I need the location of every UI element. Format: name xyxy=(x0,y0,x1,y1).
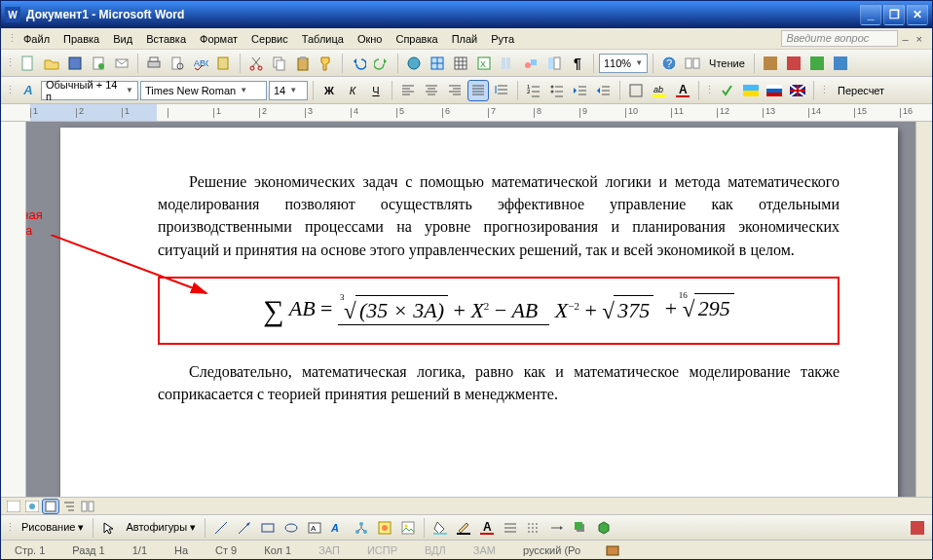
flag-en-icon[interactable] xyxy=(787,80,808,101)
reading-view-icon[interactable] xyxy=(79,499,96,514)
outline-view-icon[interactable] xyxy=(60,499,78,514)
menu-format[interactable]: Формат xyxy=(193,31,244,47)
status-trk[interactable]: ИСПР xyxy=(361,544,403,556)
highlight-icon[interactable]: ab xyxy=(649,80,670,101)
status-lang[interactable]: русский (Ро xyxy=(517,544,586,556)
drawing-icon[interactable] xyxy=(520,53,541,74)
help-icon[interactable]: ? xyxy=(658,53,680,74)
increase-indent-icon[interactable] xyxy=(593,80,615,101)
vertical-scrollbar[interactable] xyxy=(915,122,932,497)
menu-help[interactable]: Справка xyxy=(389,31,444,47)
font-color-drawing-icon[interactable]: A xyxy=(476,517,498,539)
arrow-style-icon[interactable] xyxy=(546,517,568,539)
grip-icon[interactable]: ⋮ xyxy=(5,56,16,69)
copy-icon[interactable] xyxy=(269,53,290,74)
line-style-icon[interactable] xyxy=(500,517,521,539)
help-search-box[interactable]: Введите вопрос xyxy=(781,30,898,47)
tables-borders-icon[interactable] xyxy=(427,53,448,74)
check-icon[interactable] xyxy=(717,80,738,101)
grip-icon[interactable]: ⋮ xyxy=(5,84,16,96)
flag-ru-icon[interactable] xyxy=(764,80,785,101)
document-page[interactable]: Введеннаяформула Решение экономических з… xyxy=(60,128,898,497)
reading-layout-icon[interactable] xyxy=(682,53,703,74)
format-painter-icon[interactable] xyxy=(316,53,337,74)
underline-icon[interactable]: Ч xyxy=(365,80,387,101)
spellcheck-icon[interactable]: ABC xyxy=(190,53,211,74)
status-book-icon[interactable] xyxy=(602,540,623,561)
borders-icon[interactable] xyxy=(625,80,647,101)
align-left-icon[interactable] xyxy=(397,80,419,101)
flag-ua-icon[interactable] xyxy=(740,80,762,101)
reading-button[interactable]: Чтение xyxy=(705,57,749,69)
grip-icon[interactable]: ⋮ xyxy=(7,32,17,45)
oval-icon[interactable] xyxy=(280,517,302,539)
ext2-icon[interactable] xyxy=(783,53,804,74)
vertical-ruler[interactable] xyxy=(1,122,26,497)
menu-table[interactable]: Таблица xyxy=(295,31,351,47)
menu-plai[interactable]: Плай xyxy=(445,31,485,47)
permission-icon[interactable] xyxy=(88,53,109,74)
mail-icon[interactable] xyxy=(111,53,132,74)
print-layout-view-icon[interactable] xyxy=(42,499,59,514)
fill-color-icon[interactable] xyxy=(429,517,451,539)
grip-icon[interactable]: ⋮ xyxy=(5,521,16,534)
shadow-icon[interactable] xyxy=(570,517,591,539)
recalc-button[interactable]: Пересчет xyxy=(832,85,890,96)
ext1-icon[interactable] xyxy=(760,53,781,74)
paragraph-2[interactable]: Следовательно, математическая логика, ра… xyxy=(158,360,840,405)
diagram-icon[interactable] xyxy=(351,517,372,539)
new-doc-icon[interactable] xyxy=(18,53,39,74)
menu-file[interactable]: Файл xyxy=(17,31,56,47)
research-icon[interactable] xyxy=(213,53,235,74)
menu-view[interactable]: Вид xyxy=(106,31,139,47)
rectangle-icon[interactable] xyxy=(257,517,279,539)
italic-icon[interactable]: К xyxy=(342,80,363,101)
bold-icon[interactable]: Ж xyxy=(318,80,340,101)
3d-icon[interactable] xyxy=(593,517,615,539)
menu-window[interactable]: Окно xyxy=(351,31,390,47)
line-color-icon[interactable] xyxy=(453,517,474,539)
dash-style-icon[interactable] xyxy=(523,517,544,539)
menu-ruta[interactable]: Рута xyxy=(484,31,521,47)
cut-icon[interactable] xyxy=(245,53,267,74)
paste-icon[interactable] xyxy=(292,53,314,74)
line-spacing-icon[interactable] xyxy=(491,80,512,101)
drawing-menu[interactable]: Рисование ▾ xyxy=(18,521,88,534)
horizontal-ruler[interactable]: /*populated below*/ 12112345678910111213… xyxy=(1,104,932,122)
select-icon[interactable] xyxy=(98,517,120,539)
style-combo[interactable]: Обычный + 14 п▼ xyxy=(41,81,138,100)
formula-object[interactable]: ∑ AB = 3(35 × 3A) + X2 − AB X−2 xyxy=(158,277,840,345)
print-preview-icon[interactable] xyxy=(167,53,188,74)
excel-icon[interactable]: X xyxy=(473,53,495,74)
menu-insert[interactable]: Вставка xyxy=(139,31,193,47)
ext-drawing-icon[interactable] xyxy=(907,517,928,539)
zoom-combo[interactable]: 110%▼ xyxy=(599,54,648,73)
page-scroll[interactable]: Введеннаяформула Решение экономических з… xyxy=(26,122,932,497)
redo-icon[interactable] xyxy=(371,53,392,74)
wordart-icon[interactable]: A xyxy=(327,517,349,539)
styles-icon[interactable]: A xyxy=(18,80,39,101)
numbering-icon[interactable]: 12 xyxy=(523,80,544,101)
font-color-icon[interactable]: A xyxy=(672,80,693,101)
print-icon[interactable] xyxy=(143,53,165,74)
insert-picture-icon[interactable] xyxy=(397,517,419,539)
open-icon[interactable] xyxy=(41,53,62,74)
clipart-icon[interactable] xyxy=(374,517,395,539)
line-icon[interactable] xyxy=(210,517,232,539)
size-combo[interactable]: 14▼ xyxy=(269,81,308,100)
ext3-icon[interactable] xyxy=(806,53,828,74)
align-center-icon[interactable] xyxy=(421,80,442,101)
autoshapes-menu[interactable]: Автофигуры ▾ xyxy=(122,521,200,534)
align-justify-icon[interactable] xyxy=(467,80,489,101)
menu-tools[interactable]: Сервис xyxy=(244,31,295,47)
minimize-button[interactable]: _ xyxy=(860,4,881,25)
titlebar[interactable]: W Документ1 - Microsoft Word _ ❐ ✕ xyxy=(1,1,932,28)
hyperlink-icon[interactable] xyxy=(403,53,425,74)
insert-table-icon[interactable] xyxy=(450,53,471,74)
bullets-icon[interactable] xyxy=(546,80,568,101)
status-page[interactable]: Стр. 1 xyxy=(9,544,51,556)
grip-icon[interactable]: ⋮ xyxy=(819,84,830,96)
align-right-icon[interactable] xyxy=(444,80,466,101)
doc-minimize-icon[interactable]: – xyxy=(898,33,912,45)
font-combo[interactable]: Times New Roman▼ xyxy=(140,81,267,100)
